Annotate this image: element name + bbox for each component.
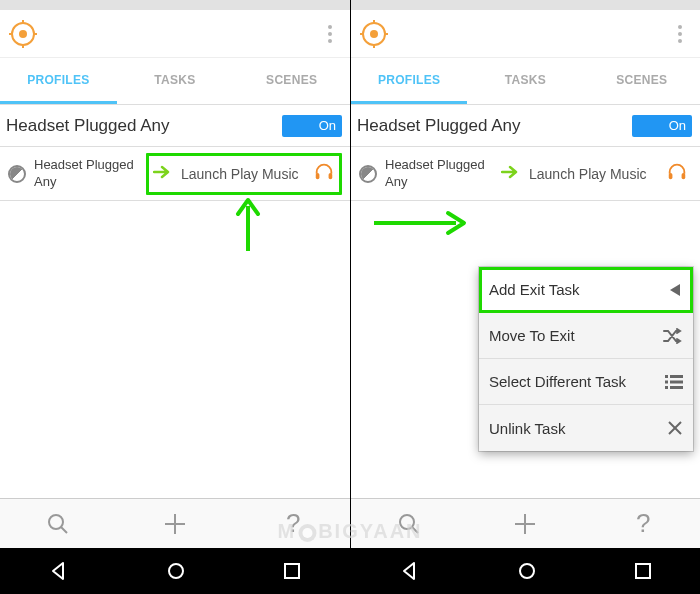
action-bar xyxy=(351,10,700,58)
section-header: Headset Plugged Any On xyxy=(351,105,700,147)
svg-point-16 xyxy=(370,30,378,38)
content-area xyxy=(0,201,350,498)
menu-label: Move To Exit xyxy=(489,327,575,344)
tab-profiles[interactable]: PROFILES xyxy=(351,58,467,104)
tab-bar: PROFILES TASKS SCENES xyxy=(351,58,700,104)
svg-rect-22 xyxy=(682,172,686,178)
profile-toggle[interactable]: On xyxy=(632,115,692,137)
annotation-arrow-right xyxy=(370,208,470,242)
add-button[interactable] xyxy=(467,499,583,548)
list-icon xyxy=(665,375,683,389)
svg-rect-37 xyxy=(636,564,650,578)
overflow-menu-icon[interactable] xyxy=(668,10,692,58)
overflow-menu-icon[interactable] xyxy=(318,10,342,58)
profile-row[interactable]: Headset Plugged Any Launch Play Music xyxy=(0,147,350,201)
section-title: Headset Plugged Any xyxy=(6,116,170,136)
android-navbar xyxy=(0,548,350,594)
nav-home[interactable] xyxy=(166,561,186,581)
profile-condition-label: Headset Plugged Any xyxy=(34,157,146,190)
svg-rect-25 xyxy=(665,380,668,383)
status-bar xyxy=(351,0,700,10)
svg-rect-17 xyxy=(373,20,375,24)
context-menu: Add Exit Task Move To Exit Select Differ… xyxy=(479,267,693,451)
close-icon xyxy=(667,420,683,436)
android-navbar xyxy=(351,548,700,594)
help-button[interactable]: ? xyxy=(584,499,700,548)
menu-move-to-exit[interactable]: Move To Exit xyxy=(479,313,693,359)
svg-rect-27 xyxy=(665,386,668,389)
menu-select-different[interactable]: Select Different Task xyxy=(479,359,693,405)
state-icon xyxy=(359,165,377,183)
arrow-right-icon xyxy=(153,165,173,183)
profile-condition-label: Headset Plugged Any xyxy=(385,157,497,190)
action-bar xyxy=(0,10,350,58)
menu-unlink-task[interactable]: Unlink Task xyxy=(479,405,693,451)
right-screenshot: PROFILES TASKS SCENES Headset Plugged An… xyxy=(350,0,700,594)
task-name: Launch Play Music xyxy=(181,166,309,182)
watermark: MBIGYAAN xyxy=(277,520,422,543)
svg-rect-3 xyxy=(22,44,24,48)
svg-point-8 xyxy=(49,515,63,529)
section-title: Headset Plugged Any xyxy=(357,116,521,136)
svg-point-41 xyxy=(302,528,312,538)
svg-rect-6 xyxy=(316,172,320,178)
nav-recent[interactable] xyxy=(283,562,301,580)
tab-scenes[interactable]: SCENES xyxy=(233,58,350,104)
triangle-left-icon xyxy=(667,282,683,298)
task-link-highlighted[interactable]: Launch Play Music xyxy=(146,153,342,195)
status-bar xyxy=(0,0,350,10)
svg-rect-5 xyxy=(33,33,37,35)
app-icon xyxy=(8,19,38,49)
left-screenshot: PROFILES TASKS SCENES Headset Plugged An… xyxy=(0,0,350,594)
profile-row[interactable]: Headset Plugged Any Launch Play Music xyxy=(351,147,700,201)
section-header: Headset Plugged Any On xyxy=(0,105,350,147)
svg-rect-28 xyxy=(670,386,683,389)
svg-rect-26 xyxy=(670,380,683,383)
svg-rect-24 xyxy=(670,375,683,378)
arrow-right-icon xyxy=(501,165,521,183)
nav-back[interactable] xyxy=(49,561,69,581)
svg-text:?: ? xyxy=(636,510,650,538)
menu-add-exit-task[interactable]: Add Exit Task xyxy=(479,267,693,313)
menu-label: Unlink Task xyxy=(489,420,565,437)
add-button[interactable] xyxy=(117,499,234,548)
nav-home[interactable] xyxy=(517,561,537,581)
content-area: Add Exit Task Move To Exit Select Differ… xyxy=(351,201,700,498)
nav-back[interactable] xyxy=(400,561,420,581)
svg-rect-20 xyxy=(384,33,388,35)
nav-recent[interactable] xyxy=(634,562,652,580)
svg-rect-2 xyxy=(22,20,24,24)
svg-rect-4 xyxy=(9,33,13,35)
svg-point-36 xyxy=(520,564,534,578)
svg-rect-7 xyxy=(329,172,333,178)
task-link[interactable]: Launch Play Music xyxy=(497,153,692,195)
svg-rect-23 xyxy=(665,375,668,378)
profile-toggle[interactable]: On xyxy=(282,115,342,137)
tab-profiles[interactable]: PROFILES xyxy=(0,58,117,104)
tab-scenes[interactable]: SCENES xyxy=(584,58,700,104)
menu-label: Select Different Task xyxy=(489,373,626,390)
tab-tasks[interactable]: TASKS xyxy=(117,58,234,104)
svg-point-13 xyxy=(169,564,183,578)
svg-line-9 xyxy=(61,527,67,533)
tab-bar: PROFILES TASKS SCENES xyxy=(0,58,350,104)
svg-rect-14 xyxy=(285,564,299,578)
svg-rect-19 xyxy=(360,33,364,35)
shuffle-icon xyxy=(663,328,683,344)
task-name: Launch Play Music xyxy=(529,166,662,182)
svg-rect-21 xyxy=(669,172,673,178)
annotation-arrow-up xyxy=(228,196,268,260)
svg-rect-18 xyxy=(373,44,375,48)
menu-label: Add Exit Task xyxy=(489,281,580,298)
headphones-icon xyxy=(666,161,688,187)
tab-tasks[interactable]: TASKS xyxy=(467,58,583,104)
svg-point-1 xyxy=(19,30,27,38)
app-icon xyxy=(359,19,389,49)
headphones-icon xyxy=(313,161,335,187)
search-button[interactable] xyxy=(0,499,117,548)
state-icon xyxy=(8,165,26,183)
